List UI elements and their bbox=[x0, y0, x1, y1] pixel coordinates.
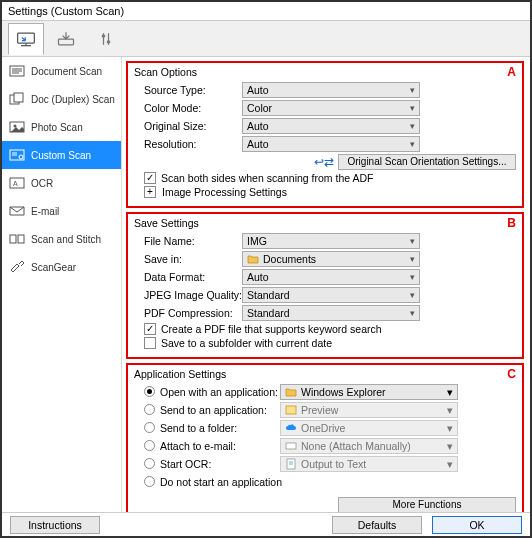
chevron-down-icon: ▾ bbox=[447, 403, 453, 417]
checkbox-icon: ✓ bbox=[144, 323, 156, 335]
sidebar-item-label: Photo Scan bbox=[31, 122, 83, 133]
create-pdf-checkbox[interactable]: ✓ Create a PDF file that supports keywor… bbox=[134, 323, 516, 335]
original-size-label: Original Size: bbox=[134, 120, 242, 132]
scangear-icon bbox=[8, 260, 26, 274]
svg-rect-22 bbox=[10, 235, 16, 243]
custom-icon bbox=[8, 148, 26, 162]
sidebar-item-ocr[interactable]: A OCR bbox=[2, 169, 121, 197]
sidebar: Document Scan Doc (Duplex) Scan Photo Sc… bbox=[2, 57, 122, 512]
subfolder-checkbox[interactable]: Save to a subfolder with current date bbox=[134, 337, 516, 349]
chevron-down-icon: ▾ bbox=[410, 119, 415, 133]
instructions-button[interactable]: Instructions bbox=[10, 516, 100, 534]
sidebar-item-document-scan[interactable]: Document Scan bbox=[2, 57, 121, 85]
sidebar-item-label: Scan and Stitch bbox=[31, 234, 101, 245]
chevron-down-icon: ▾ bbox=[410, 234, 415, 248]
sidebar-item-doc-duplex[interactable]: Doc (Duplex) Scan bbox=[2, 85, 121, 113]
chevron-down-icon: ▾ bbox=[410, 252, 415, 266]
sidebar-item-label: OCR bbox=[31, 178, 53, 189]
radio-open-with[interactable] bbox=[144, 386, 155, 397]
svg-rect-13 bbox=[14, 93, 23, 102]
ocr-icon: A bbox=[8, 176, 26, 190]
sidebar-item-email[interactable]: E-mail bbox=[2, 197, 121, 225]
chevron-down-icon: ▾ bbox=[410, 101, 415, 115]
send-folder-label: Send to a folder: bbox=[160, 422, 280, 434]
sidebar-item-custom-scan[interactable]: Custom Scan bbox=[2, 141, 121, 169]
original-size-select[interactable]: Auto▾ bbox=[242, 118, 420, 134]
resolution-label: Resolution: bbox=[134, 138, 242, 150]
image-processing-expander[interactable]: + Image Processing Settings bbox=[134, 186, 516, 198]
start-ocr-select[interactable]: Output to Text ▾ bbox=[280, 456, 458, 472]
sidebar-item-photo-scan[interactable]: Photo Scan bbox=[2, 113, 121, 141]
send-app-select[interactable]: Preview ▾ bbox=[280, 402, 458, 418]
chevron-down-icon: ▾ bbox=[447, 385, 453, 399]
pdf-compression-select[interactable]: Standard▾ bbox=[242, 305, 420, 321]
more-functions-button[interactable]: More Functions bbox=[338, 497, 516, 513]
refresh-icon[interactable]: ↩⇄ bbox=[314, 155, 334, 169]
chevron-down-icon: ▾ bbox=[410, 306, 415, 320]
tab-scan-from-panel[interactable] bbox=[48, 23, 84, 55]
chevron-down-icon: ▾ bbox=[410, 270, 415, 284]
folder-icon bbox=[247, 253, 259, 265]
svg-rect-25 bbox=[286, 443, 296, 449]
data-format-select[interactable]: Auto▾ bbox=[242, 269, 420, 285]
orientation-settings-button[interactable]: Original Scan Orientation Settings... bbox=[338, 154, 516, 170]
app-settings-title: Application Settings bbox=[134, 368, 516, 380]
annotation-a: A bbox=[507, 65, 516, 79]
color-mode-select[interactable]: Color▾ bbox=[242, 100, 420, 116]
save-in-label: Save in: bbox=[134, 253, 242, 265]
svg-rect-23 bbox=[18, 235, 24, 243]
toolbar bbox=[2, 21, 530, 57]
attach-email-label: Attach to e-mail: bbox=[160, 440, 280, 452]
attach-email-select[interactable]: None (Attach Manually) ▾ bbox=[280, 438, 458, 454]
mail-icon bbox=[285, 440, 297, 452]
scan-options-title: Scan Options bbox=[134, 66, 516, 78]
photo-icon bbox=[8, 120, 26, 134]
send-folder-select[interactable]: OneDrive ▾ bbox=[280, 420, 458, 436]
resolution-select[interactable]: Auto▾ bbox=[242, 136, 420, 152]
tab-general-settings[interactable] bbox=[88, 23, 124, 55]
sidebar-item-scangear[interactable]: ScanGear bbox=[2, 253, 121, 281]
checkbox-icon bbox=[144, 337, 156, 349]
save-in-select[interactable]: Documents ▾ bbox=[242, 251, 420, 267]
file-name-label: File Name: bbox=[134, 235, 242, 247]
jpeg-quality-label: JPEG Image Quality: bbox=[134, 289, 242, 301]
subfolder-label: Save to a subfolder with current date bbox=[161, 337, 332, 349]
chevron-down-icon: ▾ bbox=[447, 421, 453, 435]
ok-button[interactable]: OK bbox=[432, 516, 522, 534]
sidebar-item-label: ScanGear bbox=[31, 262, 76, 273]
app-settings-group: C Application Settings Open with an appl… bbox=[126, 363, 524, 512]
jpeg-quality-select[interactable]: Standard▾ bbox=[242, 287, 420, 303]
preview-icon bbox=[285, 404, 297, 416]
email-icon bbox=[8, 204, 26, 218]
chevron-down-icon: ▾ bbox=[410, 83, 415, 97]
checkbox-icon: ✓ bbox=[144, 172, 156, 184]
radio-send-app[interactable] bbox=[144, 404, 155, 415]
content-area: A Scan Options Source Type: Auto▾ Color … bbox=[122, 57, 530, 512]
file-name-input[interactable]: IMG▾ bbox=[242, 233, 420, 249]
no-start-label: Do not start an application bbox=[160, 476, 282, 488]
defaults-button[interactable]: Defaults bbox=[332, 516, 422, 534]
annotation-c: C bbox=[507, 367, 516, 381]
svg-rect-0 bbox=[18, 33, 35, 43]
sidebar-item-scan-stitch[interactable]: Scan and Stitch bbox=[2, 225, 121, 253]
radio-start-ocr[interactable] bbox=[144, 458, 155, 469]
open-with-label: Open with an application: bbox=[160, 386, 280, 398]
save-settings-group: B Save Settings File Name: IMG▾ Save in:… bbox=[126, 212, 524, 359]
scan-options-group: A Scan Options Source Type: Auto▾ Color … bbox=[126, 61, 524, 208]
radio-send-folder[interactable] bbox=[144, 422, 155, 433]
svg-rect-6 bbox=[102, 34, 105, 37]
footer: Instructions Defaults OK bbox=[2, 512, 530, 536]
sidebar-item-label: Doc (Duplex) Scan bbox=[31, 94, 115, 105]
chevron-down-icon: ▾ bbox=[447, 439, 453, 453]
scan-both-sides-checkbox[interactable]: ✓ Scan both sides when scanning from the… bbox=[134, 172, 516, 184]
radio-attach-email[interactable] bbox=[144, 440, 155, 451]
start-ocr-label: Start OCR: bbox=[160, 458, 280, 470]
window-title: Settings (Custom Scan) bbox=[2, 2, 530, 21]
radio-no-start[interactable] bbox=[144, 476, 155, 487]
color-mode-label: Color Mode: bbox=[134, 102, 242, 114]
sidebar-item-label: Custom Scan bbox=[31, 150, 91, 161]
annotation-b: B bbox=[507, 216, 516, 230]
source-type-select[interactable]: Auto▾ bbox=[242, 82, 420, 98]
open-with-select[interactable]: Windows Explorer ▾ bbox=[280, 384, 458, 400]
tab-scan-from-computer[interactable] bbox=[8, 23, 44, 55]
